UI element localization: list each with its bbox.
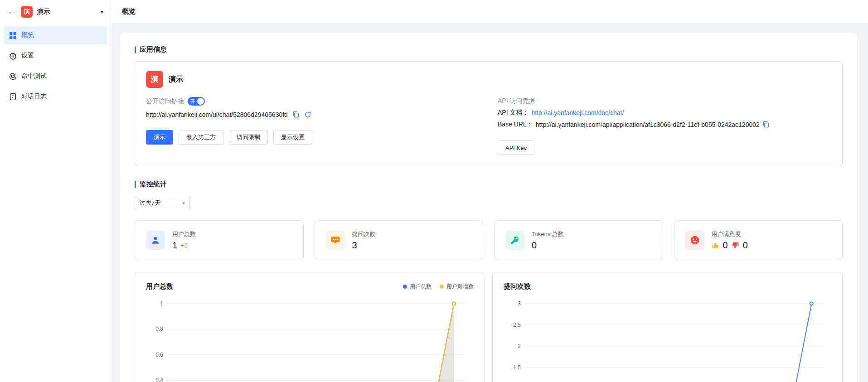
time-range-value: 过去7天 <box>140 199 160 207</box>
sidebar-item-label: 设置 <box>21 52 34 60</box>
time-range-select[interactable]: 过去7天 ▾ <box>135 196 190 210</box>
stat-label: 用户满意度 <box>712 230 748 238</box>
stat-body: Tokens 总数 0 <box>532 230 564 251</box>
stat-label: 提问次数 <box>352 230 376 238</box>
embed-third-party-button[interactable]: 嵌入第三方 <box>179 130 223 145</box>
users-chart-title: 用户总数 <box>146 282 173 291</box>
topbar: 概览 <box>111 0 868 24</box>
app-avatar-large: 演 <box>146 71 163 88</box>
content: 应用信息 演 演示 公开访问链接 开 <box>111 24 868 382</box>
chevron-down-icon[interactable]: ▼ <box>100 10 104 15</box>
chart-header: 提问次数 <box>504 282 831 291</box>
public-link-toggle[interactable]: 开 <box>188 97 205 106</box>
stat-number: 3 <box>352 240 357 251</box>
stat-value: 1 +1 <box>172 240 196 251</box>
public-access-column: 公开访问链接 开 http://ai.yanfankeji.com/ui/cha… <box>146 97 480 155</box>
svg-text:2.5: 2.5 <box>513 322 521 328</box>
sidebar-item-label: 概览 <box>21 31 34 39</box>
target-icon <box>9 73 17 80</box>
sidebar-menu: 概览 设置 命中测试 <box>0 24 111 111</box>
app-action-buttons: 演示 嵌入第三方 访问限制 显示设置 <box>146 130 480 145</box>
app-info-section-head: 应用信息 <box>135 45 843 54</box>
thumb-down-icon <box>732 242 739 249</box>
svg-text:0.6: 0.6 <box>155 352 163 358</box>
monitoring-section-title: 监控统计 <box>140 180 167 189</box>
stat-card-satisfaction: 用户满意度 0 0 <box>674 220 843 260</box>
document-icon <box>9 93 17 101</box>
thumb-up-count: 0 <box>723 240 728 251</box>
api-key-button[interactable]: API Key <box>498 140 534 155</box>
legend-dot <box>440 285 444 289</box>
app-info-section-title: 应用信息 <box>140 45 167 54</box>
api-doc-row: API 文档： http://ai.yanfankeji.com/doc/cha… <box>498 109 831 117</box>
copy-icon[interactable] <box>292 111 300 118</box>
base-url-label: Base URL： <box>498 121 533 129</box>
stat-card-questions: 提问次数 3 <box>315 220 484 260</box>
section-accent-bar <box>135 46 136 53</box>
questions-line-chart: 00.511.522.53 <box>504 297 831 382</box>
legend-item-total-users[interactable]: 用户总数 <box>403 283 432 290</box>
questions-chart-title: 提问次数 <box>504 282 531 291</box>
main-area: 概览 应用信息 演 演示 <box>111 0 868 382</box>
sidebar-item-settings[interactable]: 设置 <box>4 47 107 65</box>
grid-icon <box>9 32 17 39</box>
chat-bubble-icon <box>326 231 345 250</box>
sidebar-item-chat-log[interactable]: 对话日志 <box>4 87 107 106</box>
api-doc-link[interactable]: http://ai.yanfankeji.com/doc/chat/ <box>531 109 624 116</box>
demo-button[interactable]: 演示 <box>146 130 173 145</box>
api-key-row: API Key <box>498 140 831 155</box>
svg-text:1: 1 <box>160 300 163 307</box>
stat-body: 用户满意度 0 0 <box>712 230 748 251</box>
toggle-on-text: 开 <box>190 98 195 105</box>
copy-icon[interactable] <box>762 121 770 128</box>
stat-card-users: 用户总数 1 +1 <box>135 220 304 260</box>
sidebar-item-hit-test[interactable]: 命中测试 <box>4 67 107 85</box>
display-settings-button[interactable]: 显示设置 <box>273 130 312 145</box>
page-title: 概览 <box>122 7 136 16</box>
public-link-label: 公开访问链接 <box>146 97 184 106</box>
app-switcher[interactable]: ← 演 演示 ▼ <box>0 0 111 24</box>
stat-body: 提问次数 3 <box>352 230 376 251</box>
app-info-card: 演 演示 公开访问链接 开 <box>135 61 843 166</box>
key-icon <box>505 231 524 250</box>
stat-value: 0 <box>532 240 564 251</box>
sidebar: ← 演 演示 ▼ 概览 设置 <box>0 0 111 382</box>
access-limit-button[interactable]: 访问限制 <box>229 130 268 145</box>
app-name: 演示 <box>37 8 95 16</box>
api-doc-label: API 文档： <box>498 109 529 117</box>
chart-legend: 用户总数 用户新增数 <box>403 283 474 290</box>
gear-icon <box>9 52 17 60</box>
charts-row: 用户总数 用户总数 用户新增数 <box>135 272 843 382</box>
sidebar-item-overview[interactable]: 概览 <box>4 26 107 44</box>
refresh-icon[interactable] <box>304 111 311 118</box>
stat-label: Tokens 总数 <box>532 230 564 238</box>
users-chart-card: 用户总数 用户总数 用户新增数 <box>135 272 485 382</box>
api-credentials-column: API 访问凭据 API 文档： http://ai.yanfankeji.co… <box>498 97 831 155</box>
monitoring-section-head: 监控统计 <box>135 180 843 189</box>
user-icon <box>146 231 165 250</box>
svg-text:0.8: 0.8 <box>155 326 163 332</box>
stat-body: 用户总数 1 +1 <box>172 230 196 251</box>
chart-header: 用户总数 用户总数 用户新增数 <box>146 282 474 291</box>
smiley-icon <box>685 231 704 250</box>
thumb-up-icon <box>712 242 719 249</box>
svg-text:3: 3 <box>518 300 521 307</box>
base-url-row: Base URL： http://ai.yanfankeji.com/api/a… <box>498 121 831 129</box>
section-accent-bar <box>135 181 136 188</box>
stat-delta: +1 <box>181 242 188 249</box>
overview-panel: 应用信息 演 演示 公开访问链接 开 <box>120 33 857 382</box>
stat-value: 3 <box>352 240 376 251</box>
legend-dot <box>403 285 407 289</box>
stat-label: 用户总数 <box>172 230 196 238</box>
app-info-title: 演示 <box>169 75 183 84</box>
thumb-down-count: 0 <box>743 240 748 251</box>
legend-label: 用户总数 <box>410 283 432 290</box>
legend-item-new-users[interactable]: 用户新增数 <box>440 283 474 290</box>
base-url-text: http://ai.yanfankeji.com/api/application… <box>536 121 760 128</box>
app-avatar: 演 <box>21 6 33 18</box>
chevron-down-icon: ▾ <box>182 200 185 206</box>
back-arrow-icon[interactable]: ← <box>7 7 16 16</box>
legend-label: 用户新增数 <box>446 283 474 290</box>
stat-number: 0 <box>532 240 537 251</box>
api-credentials-label: API 访问凭据 <box>498 97 831 105</box>
